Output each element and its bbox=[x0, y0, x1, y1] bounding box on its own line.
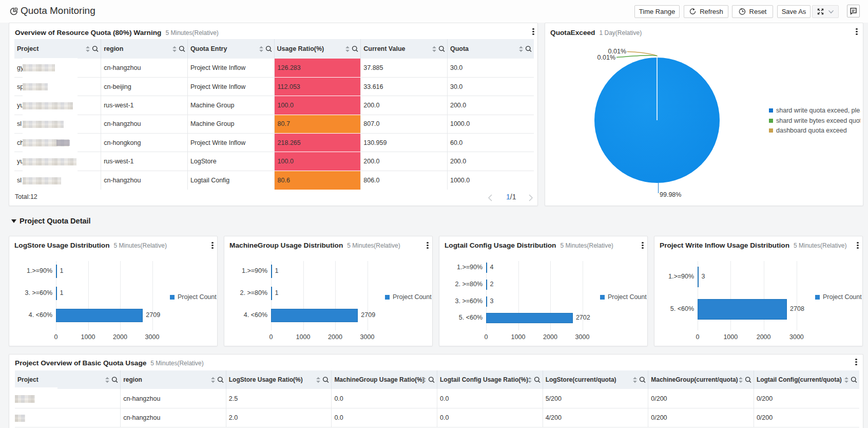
svg-text:0.01%: 0.01% bbox=[597, 54, 615, 61]
svg-text:99.98%: 99.98% bbox=[660, 191, 681, 198]
